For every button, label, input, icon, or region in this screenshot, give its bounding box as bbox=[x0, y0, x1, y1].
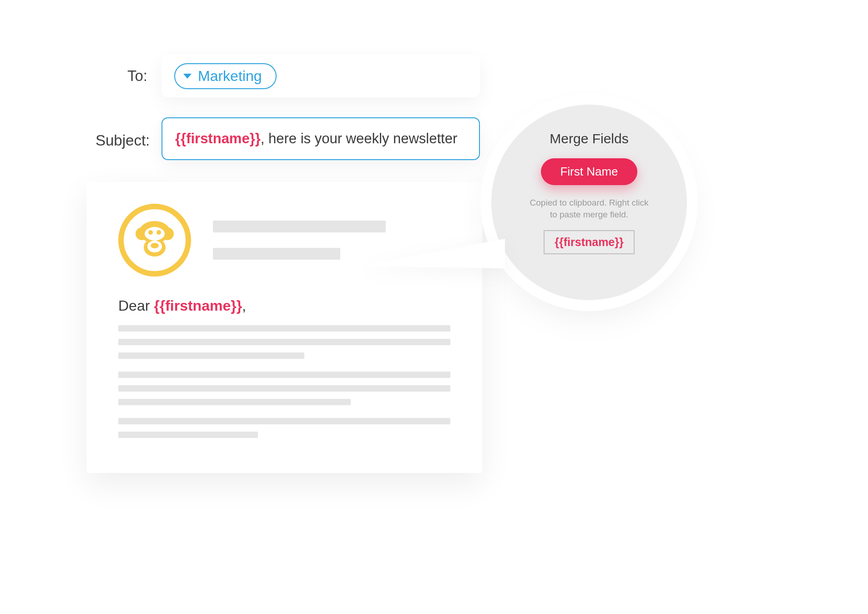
placeholder-bar bbox=[118, 432, 258, 438]
email-body-preview: Dear {{firstname}}, bbox=[86, 182, 482, 473]
subject-text: , here is your weekly newsletter bbox=[261, 131, 457, 147]
to-label: To: bbox=[127, 67, 147, 85]
placeholder-bar bbox=[118, 339, 450, 345]
svg-point-4 bbox=[145, 227, 165, 241]
placeholder-bar bbox=[118, 385, 450, 392]
recipient-tag-chip[interactable]: Marketing bbox=[174, 63, 277, 89]
merge-field-first-name-button[interactable]: First Name bbox=[541, 158, 637, 185]
merge-field-token-box[interactable]: {{firstname}} bbox=[544, 230, 634, 254]
placeholder-bar bbox=[118, 325, 450, 332]
subject-label: Subject: bbox=[96, 132, 150, 149]
greeting-prefix: Dear bbox=[118, 297, 154, 314]
placeholder-bar bbox=[118, 399, 351, 405]
subject-input[interactable]: {{firstname}}, here is your weekly newsl… bbox=[161, 117, 480, 160]
merge-field-token-text: {{firstname}} bbox=[555, 236, 623, 248]
merge-fields-title: Merge Fields bbox=[550, 131, 628, 146]
greeting-suffix: , bbox=[242, 297, 246, 314]
sender-avatar bbox=[118, 204, 191, 277]
merge-fields-popover: Merge Fields First Name Copied to clipbo… bbox=[491, 105, 687, 300]
recipient-tag-label: Marketing bbox=[198, 68, 262, 85]
placeholder-bar bbox=[118, 352, 304, 359]
placeholder-bar bbox=[213, 221, 386, 232]
svg-point-7 bbox=[156, 230, 161, 235]
subject-merge-token: {{firstname}} bbox=[175, 131, 261, 147]
merge-field-hint: Copied to clipboard. Right click to past… bbox=[530, 197, 649, 220]
svg-point-6 bbox=[148, 230, 153, 235]
greeting-line: Dear {{firstname}}, bbox=[118, 297, 450, 314]
svg-point-8 bbox=[151, 243, 159, 248]
to-field[interactable]: Marketing bbox=[161, 55, 480, 97]
chevron-down-icon bbox=[183, 74, 192, 79]
monkey-icon bbox=[132, 217, 177, 263]
greeting-merge-token: {{firstname}} bbox=[154, 297, 242, 314]
placeholder-bar bbox=[213, 248, 340, 260]
placeholder-bar bbox=[118, 418, 450, 424]
placeholder-bar bbox=[118, 372, 450, 378]
